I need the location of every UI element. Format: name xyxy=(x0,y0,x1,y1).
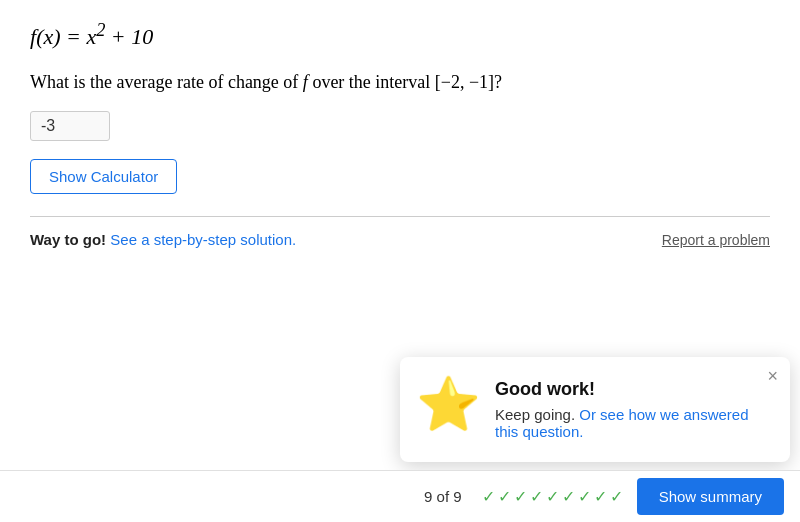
popup-close-button[interactable]: × xyxy=(767,367,778,385)
divider xyxy=(30,216,770,217)
main-content: f(x) = x2 + 10 What is the average rate … xyxy=(0,0,800,268)
check-2: ✓ xyxy=(498,487,511,506)
show-summary-button[interactable]: Show summary xyxy=(637,478,784,515)
popup-body-prefix: Keep going. xyxy=(495,406,575,423)
popup-title: Good work! xyxy=(495,379,768,400)
check-1: ✓ xyxy=(482,487,495,506)
formula-display: f(x) = x2 + 10 xyxy=(30,20,770,50)
feedback-left: Way to go! See a step-by-step solution. xyxy=(30,231,296,248)
check-8: ✓ xyxy=(594,487,607,506)
check-7: ✓ xyxy=(578,487,591,506)
check-4: ✓ xyxy=(530,487,543,506)
progress-text: 9 of 9 xyxy=(424,488,462,505)
feedback-row: Way to go! See a step-by-step solution. … xyxy=(30,231,770,248)
feedback-prefix: Way to go! xyxy=(30,231,106,248)
question-text: What is the average rate of change of f … xyxy=(30,72,770,93)
formula-text: f(x) = x2 + 10 xyxy=(30,24,153,49)
check-marks: ✓ ✓ ✓ ✓ ✓ ✓ ✓ ✓ ✓ xyxy=(482,487,623,506)
check-5: ✓ xyxy=(546,487,559,506)
check-6: ✓ xyxy=(562,487,575,506)
good-work-popup: ⭐ Good work! Keep going. Or see how we a… xyxy=(400,357,790,462)
popup-content: Good work! Keep going. Or see how we ans… xyxy=(495,379,768,440)
check-3: ✓ xyxy=(514,487,527,506)
bottom-bar: 9 of 9 ✓ ✓ ✓ ✓ ✓ ✓ ✓ ✓ ✓ Show summary xyxy=(0,470,800,522)
show-calculator-button[interactable]: Show Calculator xyxy=(30,159,177,194)
report-problem-link[interactable]: Report a problem xyxy=(662,232,770,248)
answer-input[interactable] xyxy=(30,111,110,141)
step-by-step-link[interactable]: See a step-by-step solution. xyxy=(110,231,296,248)
star-icon: ⭐ xyxy=(416,379,481,431)
check-9: ✓ xyxy=(610,487,623,506)
popup-body: Keep going. Or see how we answered this … xyxy=(495,406,768,440)
